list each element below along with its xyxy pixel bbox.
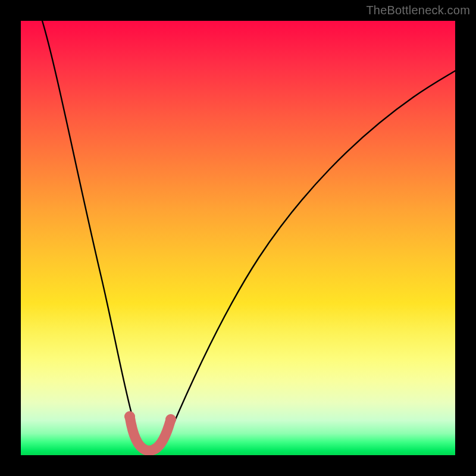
optimal-marker-line: [130, 416, 171, 450]
chart-plot-area: [21, 21, 455, 455]
bottleneck-curve-line: [42, 21, 455, 451]
watermark-text: TheBottleneck.com: [366, 4, 470, 17]
optimal-marker-dot-left: [124, 411, 135, 422]
optimal-marker-dot-right: [165, 414, 176, 425]
chart-frame: TheBottleneck.com: [0, 0, 476, 476]
chart-svg: [21, 21, 455, 455]
